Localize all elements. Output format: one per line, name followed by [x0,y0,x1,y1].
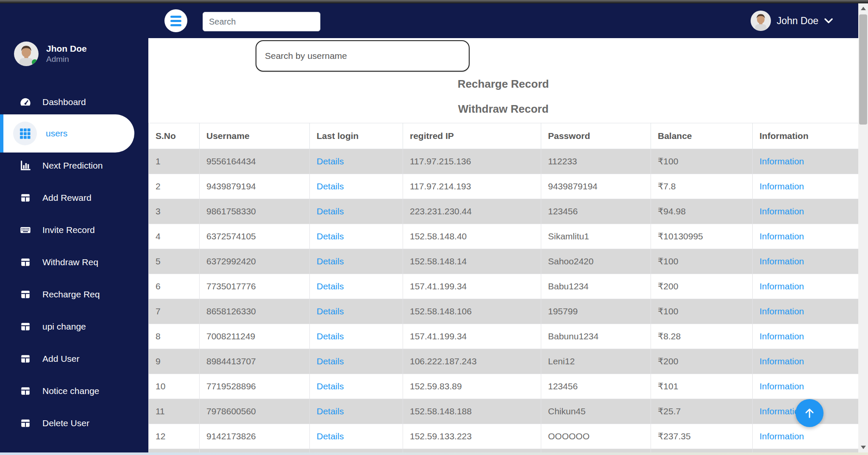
profile-avatar [14,42,39,66]
cell-balance: ₹8.28 [651,324,753,349]
scrollbar-thumb[interactable] [859,14,867,125]
sidebar-item-label: Withdraw Req [42,257,98,267]
cell-information: Information [753,324,859,349]
cell-balance: ₹25.7 [651,399,753,424]
cell-sno: 13 [149,449,200,453]
cell-username: 6372992420 [200,249,310,274]
table-icon [19,385,32,397]
sidebar-item-delete-user[interactable]: Delete User [0,407,148,439]
cell-username: 7008211249 [200,324,310,349]
cell-registered-ip: 157.41.199.34 [403,324,541,349]
cell-password: 123456 [541,199,651,224]
information-link[interactable]: Information [760,381,804,391]
sidebar-item-users[interactable]: users [3,114,134,153]
information-link[interactable]: Information [760,231,804,241]
table-row: 29439879194Details117.97.214.19394398791… [149,174,859,199]
browser-window-top-edge [0,0,868,3]
sidebar-item-next-prediction[interactable]: Next Prediction [0,150,148,182]
information-link[interactable]: Information [760,356,804,366]
details-link[interactable]: Details [317,281,344,291]
cell-balance: ₹558.6 [651,449,753,453]
grid-icon [13,122,37,145]
scrollbar-down-button[interactable] [858,442,868,452]
table-row: 87008211249Details157.41.199.34Babunu123… [149,324,859,349]
details-link[interactable]: Details [317,231,344,241]
cell-sno: 10 [149,374,200,399]
user-menu[interactable]: John Doe [751,9,833,32]
username-search-input[interactable] [256,40,470,72]
sidebar-item-label: users [46,128,67,139]
information-link[interactable]: Information [760,156,804,166]
page-scrollbar[interactable] [858,3,868,455]
cell-balance: ₹237.35 [651,424,753,449]
scroll-to-top-button[interactable] [796,399,823,427]
column-header-information: Information [753,123,859,149]
information-link[interactable]: Information [760,206,804,216]
sidebar-item-recharge-req[interactable]: Recharge Req [0,278,148,311]
details-link[interactable]: Details [317,431,344,441]
information-link[interactable]: Information [760,331,804,341]
information-link[interactable]: Information [760,431,804,441]
cell-sno: 2 [149,174,200,199]
sidebar-profile: Jhon Doe Admin [14,42,87,66]
details-link[interactable]: Details [317,406,344,416]
triangle-up-icon [861,7,866,10]
cell-last-login: Details [310,174,403,199]
cell-information: Information [753,149,859,174]
arrow-up-icon [803,407,816,419]
column-header-username: Username [200,123,310,149]
details-link[interactable]: Details [317,356,344,366]
cell-username: 9142173826 [200,424,310,449]
sidebar-item-withdraw-req[interactable]: Withdraw Req [0,246,148,278]
sidebar-toggle-button[interactable] [164,9,187,32]
scrollbar-up-button[interactable] [858,3,868,14]
information-link[interactable]: Information [760,306,804,316]
information-link[interactable]: Information [760,281,804,291]
sidebar-item-invite-record[interactable]: Invite Record [0,214,148,246]
details-link[interactable]: Details [317,306,344,316]
sidebar-item-add-reward[interactable]: Add Reward [0,182,148,214]
sidebar-item-add-user[interactable]: Add User [0,343,148,375]
details-link[interactable]: Details [317,256,344,266]
cell-registered-ip: 223.231.230.44 [403,199,541,224]
table-icon [19,320,32,333]
keyboard-icon [19,224,32,236]
cell-last-login: Details [310,224,403,249]
column-header-balance: Balance [651,123,753,149]
cell-last-login: Details [310,299,403,324]
cell-sno: 3 [149,199,200,224]
table-icon [19,417,32,430]
cell-password: 112233 [541,149,651,174]
topbar-search-input[interactable] [203,12,320,31]
details-link[interactable]: Details [317,381,344,391]
cell-password: Sikamlitu1 [541,224,651,249]
sidebar-item-label: Dashboard [42,97,86,107]
cell-sno: 8 [149,324,200,349]
cell-sno: 1 [149,149,200,174]
details-link[interactable]: Details [317,181,344,191]
table-row: 56372992420Details152.58.148.14Sahoo2420… [149,249,859,274]
column-header-sno: S.No [149,123,200,149]
table-row: 137894836276Details152.59.129.134Sahoo12… [149,449,859,453]
details-link[interactable]: Details [317,156,344,166]
table-row: 67735017776Details157.41.199.34Babu1234₹… [149,274,859,299]
cell-balance: ₹10130995 [651,224,753,249]
cell-last-login: Details [310,374,403,399]
sidebar-item-upi-change[interactable]: upi change [0,311,148,343]
cell-information: Information [753,274,859,299]
information-link[interactable]: Information [760,256,804,266]
column-header-last-login: Last login [310,123,403,149]
details-link[interactable]: Details [317,331,344,341]
details-link[interactable]: Details [317,206,344,216]
cell-registered-ip: 117.97.214.193 [403,174,541,199]
cell-username: 7978600560 [200,399,310,424]
cell-password: 123456 [541,374,651,399]
sidebar-item-label: Add Reward [42,193,92,203]
cell-balance: ₹200 [651,274,753,299]
cell-password: OOOOOO [541,424,651,449]
sidebar-item-notice-change[interactable]: Notice change [0,375,148,407]
browser-window-bottom-edge [0,452,868,455]
information-link[interactable]: Information [760,181,804,191]
cell-information: Information [753,299,859,324]
sidebar-item-dashboard[interactable]: Dashboard [0,86,148,118]
